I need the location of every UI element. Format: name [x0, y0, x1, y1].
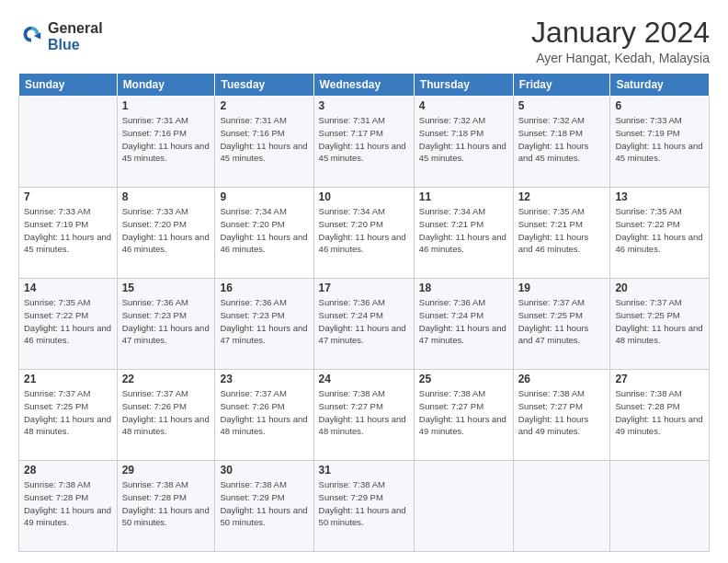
calendar-cell: 3Sunrise: 7:31 AMSunset: 7:17 PMDaylight… — [313, 97, 414, 188]
weekday-header-sunday: Sunday — [19, 74, 118, 97]
day-number: 19 — [518, 282, 606, 294]
day-number: 14 — [24, 282, 112, 294]
day-info: Sunrise: 7:37 AMSunset: 7:25 PMDaylight:… — [518, 296, 606, 347]
day-info: Sunrise: 7:37 AMSunset: 7:25 PMDaylight:… — [24, 387, 112, 438]
calendar-cell: 26Sunrise: 7:38 AMSunset: 7:27 PMDayligh… — [513, 370, 610, 461]
day-info: Sunrise: 7:34 AMSunset: 7:20 PMDaylight:… — [319, 205, 409, 256]
day-number: 7 — [24, 190, 112, 203]
calendar-cell: 16Sunrise: 7:36 AMSunset: 7:23 PMDayligh… — [215, 279, 313, 370]
calendar-cell: 14Sunrise: 7:35 AMSunset: 7:22 PMDayligh… — [19, 279, 118, 370]
logo-general-text: General — [48, 20, 103, 37]
day-number: 31 — [319, 464, 409, 477]
calendar-cell: 2Sunrise: 7:31 AMSunset: 7:16 PMDaylight… — [215, 97, 313, 188]
day-number: 4 — [419, 99, 508, 112]
day-info: Sunrise: 7:32 AMSunset: 7:18 PMDaylight:… — [419, 114, 508, 165]
day-info: Sunrise: 7:38 AMSunset: 7:27 PMDaylight:… — [419, 387, 508, 438]
weekday-header-friday: Friday — [513, 74, 610, 97]
day-number: 9 — [220, 190, 308, 203]
day-info: Sunrise: 7:31 AMSunset: 7:17 PMDaylight:… — [319, 114, 409, 165]
calendar-cell — [19, 97, 118, 188]
calendar-cell: 12Sunrise: 7:35 AMSunset: 7:21 PMDayligh… — [513, 188, 610, 279]
logo-icon — [18, 24, 44, 50]
calendar-cell: 23Sunrise: 7:37 AMSunset: 7:26 PMDayligh… — [215, 370, 313, 461]
calendar-cell: 15Sunrise: 7:36 AMSunset: 7:23 PMDayligh… — [117, 279, 215, 370]
day-number: 24 — [319, 373, 409, 385]
calendar-cell: 8Sunrise: 7:33 AMSunset: 7:20 PMDaylight… — [117, 188, 215, 279]
calendar-cell: 29Sunrise: 7:38 AMSunset: 7:28 PMDayligh… — [117, 461, 215, 552]
week-row-4: 21Sunrise: 7:37 AMSunset: 7:25 PMDayligh… — [19, 370, 710, 461]
day-number: 12 — [518, 190, 606, 203]
week-row-2: 7Sunrise: 7:33 AMSunset: 7:19 PMDaylight… — [19, 188, 710, 279]
day-info: Sunrise: 7:38 AMSunset: 7:28 PMDaylight:… — [24, 478, 112, 529]
calendar-cell: 21Sunrise: 7:37 AMSunset: 7:25 PMDayligh… — [19, 370, 118, 461]
day-number: 27 — [615, 373, 704, 385]
calendar-cell: 1Sunrise: 7:31 AMSunset: 7:16 PMDaylight… — [117, 97, 215, 188]
day-info: Sunrise: 7:34 AMSunset: 7:21 PMDaylight:… — [419, 205, 508, 256]
day-info: Sunrise: 7:33 AMSunset: 7:19 PMDaylight:… — [615, 114, 704, 165]
calendar-cell: 22Sunrise: 7:37 AMSunset: 7:26 PMDayligh… — [117, 370, 215, 461]
day-number: 2 — [220, 99, 308, 112]
day-info: Sunrise: 7:34 AMSunset: 7:20 PMDaylight:… — [220, 205, 308, 256]
week-row-3: 14Sunrise: 7:35 AMSunset: 7:22 PMDayligh… — [19, 279, 710, 370]
day-info: Sunrise: 7:37 AMSunset: 7:26 PMDaylight:… — [122, 387, 210, 438]
day-info: Sunrise: 7:33 AMSunset: 7:19 PMDaylight:… — [24, 205, 112, 256]
calendar-cell: 31Sunrise: 7:38 AMSunset: 7:29 PMDayligh… — [313, 461, 414, 552]
day-number: 30 — [220, 464, 308, 477]
calendar-cell — [414, 461, 513, 552]
day-info: Sunrise: 7:35 AMSunset: 7:22 PMDaylight:… — [24, 296, 112, 347]
day-info: Sunrise: 7:38 AMSunset: 7:28 PMDaylight:… — [615, 387, 704, 438]
day-number: 25 — [419, 373, 508, 385]
week-row-5: 28Sunrise: 7:38 AMSunset: 7:28 PMDayligh… — [19, 461, 710, 552]
day-info: Sunrise: 7:31 AMSunset: 7:16 PMDaylight:… — [220, 114, 308, 165]
calendar-cell: 17Sunrise: 7:36 AMSunset: 7:24 PMDayligh… — [313, 279, 414, 370]
day-number: 26 — [518, 373, 606, 385]
day-info: Sunrise: 7:38 AMSunset: 7:28 PMDaylight:… — [122, 478, 210, 529]
day-number: 28 — [24, 464, 112, 477]
day-info: Sunrise: 7:38 AMSunset: 7:27 PMDaylight:… — [518, 387, 606, 438]
calendar-cell: 4Sunrise: 7:32 AMSunset: 7:18 PMDaylight… — [414, 97, 513, 188]
day-number: 6 — [615, 99, 704, 112]
day-info: Sunrise: 7:36 AMSunset: 7:23 PMDaylight:… — [220, 296, 308, 347]
day-number: 11 — [419, 190, 508, 203]
location: Ayer Hangat, Kedah, Malaysia — [531, 51, 710, 65]
calendar-cell: 27Sunrise: 7:38 AMSunset: 7:28 PMDayligh… — [610, 370, 710, 461]
calendar-cell: 18Sunrise: 7:36 AMSunset: 7:24 PMDayligh… — [414, 279, 513, 370]
title-section: January 2024 Ayer Hangat, Kedah, Malaysi… — [531, 17, 710, 65]
day-info: Sunrise: 7:37 AMSunset: 7:26 PMDaylight:… — [220, 387, 308, 438]
calendar-cell: 30Sunrise: 7:38 AMSunset: 7:29 PMDayligh… — [215, 461, 313, 552]
header: General Blue January 2024 Ayer Hangat, K… — [18, 17, 710, 65]
day-number: 21 — [24, 373, 112, 385]
calendar-cell: 20Sunrise: 7:37 AMSunset: 7:25 PMDayligh… — [610, 279, 710, 370]
day-info: Sunrise: 7:36 AMSunset: 7:23 PMDaylight:… — [122, 296, 210, 347]
day-number: 23 — [220, 373, 308, 385]
calendar-cell: 13Sunrise: 7:35 AMSunset: 7:22 PMDayligh… — [610, 188, 710, 279]
day-number: 20 — [615, 282, 704, 294]
day-number: 5 — [518, 99, 606, 112]
day-number: 18 — [419, 282, 508, 294]
day-number: 1 — [122, 99, 210, 112]
day-info: Sunrise: 7:31 AMSunset: 7:16 PMDaylight:… — [122, 114, 210, 165]
month-title: January 2024 — [531, 17, 710, 49]
calendar-cell: 7Sunrise: 7:33 AMSunset: 7:19 PMDaylight… — [19, 188, 118, 279]
day-number: 3 — [319, 99, 409, 112]
calendar-cell: 28Sunrise: 7:38 AMSunset: 7:28 PMDayligh… — [19, 461, 118, 552]
calendar-cell — [610, 461, 710, 552]
calendar-cell: 11Sunrise: 7:34 AMSunset: 7:21 PMDayligh… — [414, 188, 513, 279]
logo: General Blue — [18, 20, 103, 52]
day-number: 29 — [122, 464, 210, 477]
day-info: Sunrise: 7:36 AMSunset: 7:24 PMDaylight:… — [419, 296, 508, 347]
day-info: Sunrise: 7:38 AMSunset: 7:27 PMDaylight:… — [319, 387, 409, 438]
day-number: 8 — [122, 190, 210, 203]
calendar-cell: 24Sunrise: 7:38 AMSunset: 7:27 PMDayligh… — [313, 370, 414, 461]
day-number: 10 — [319, 190, 409, 203]
calendar-cell — [513, 461, 610, 552]
weekday-header-tuesday: Tuesday — [215, 74, 313, 97]
logo-text: General Blue — [48, 20, 103, 52]
day-info: Sunrise: 7:37 AMSunset: 7:25 PMDaylight:… — [615, 296, 704, 347]
day-info: Sunrise: 7:33 AMSunset: 7:20 PMDaylight:… — [122, 205, 210, 256]
day-number: 17 — [319, 282, 409, 294]
page: General Blue January 2024 Ayer Hangat, K… — [0, 0, 728, 563]
weekday-header-monday: Monday — [117, 74, 215, 97]
day-info: Sunrise: 7:35 AMSunset: 7:22 PMDaylight:… — [615, 205, 704, 256]
day-info: Sunrise: 7:32 AMSunset: 7:18 PMDaylight:… — [518, 114, 606, 165]
